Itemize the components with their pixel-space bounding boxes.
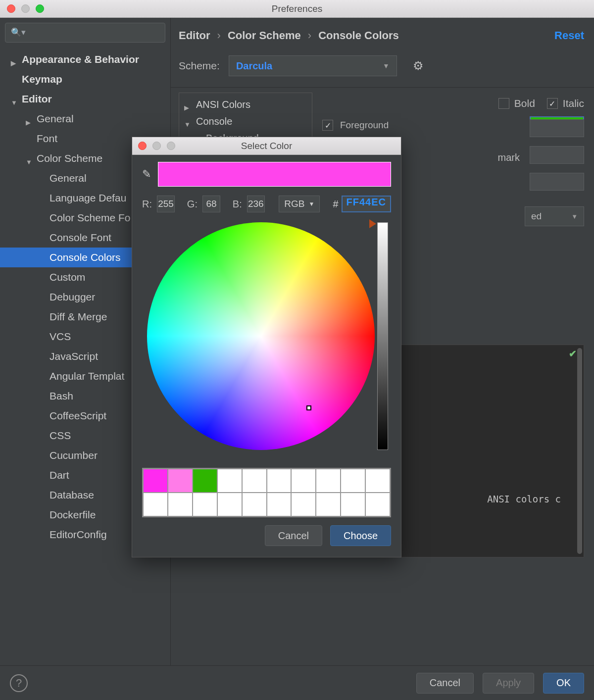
swatch-cell[interactable] [168,493,193,516]
scheme-dropdown[interactable]: Darcula ▼ [229,55,397,76]
sidebar-item-keymap[interactable]: Keymap [0,69,170,89]
category-console[interactable]: Console [196,116,232,127]
swatch-cell[interactable] [217,469,242,493]
swatch-cell[interactable] [143,493,168,516]
sidebar-item-label: Console Font [50,232,111,244]
close-window-button[interactable] [7,4,15,13]
swatch-cell[interactable] [291,469,316,493]
effects-color-swatch[interactable] [530,173,584,191]
chevron-down-icon[interactable] [26,155,33,162]
error-stripe-color-swatch[interactable] [530,146,584,164]
dialog-cancel-button[interactable]: Cancel [265,525,322,546]
help-button[interactable]: ? [10,674,28,692]
chevron-right-icon[interactable] [26,115,33,122]
inspection-ok-icon: ✔ [569,348,577,359]
swatch-cell[interactable] [242,469,267,493]
effects-type-value: ed [531,211,542,222]
eyedropper-icon[interactable]: ✎ [142,168,151,181]
swatch-cell[interactable] [291,493,316,516]
sidebar-item-label: Diff & Merge [50,311,107,323]
brightness-slider[interactable] [377,222,388,450]
swatch-cell[interactable] [365,469,390,493]
sidebar-item-general[interactable]: General [0,109,170,129]
effects-type-dropdown[interactable]: ed ▼ [525,206,584,226]
recent-colors-grid[interactable] [142,468,391,517]
italic-label: Italic [563,98,584,109]
bold-checkbox[interactable] [498,98,509,109]
sidebar-item-label: Database [50,489,94,501]
hex-input[interactable]: FF44EC [342,196,391,212]
color-wheel[interactable] [147,222,375,450]
minimize-dialog-button [152,142,161,150]
sidebar-item-appearance-behavior[interactable]: Appearance & Behavior [0,50,170,69]
swatch-cell[interactable] [242,493,267,516]
sidebar-item-label: Console Colors [50,251,121,263]
sidebar-item-label: General [37,113,74,125]
chevron-down-icon[interactable] [11,96,18,102]
r-input[interactable]: 255 [157,196,175,212]
breadcrumb-editor[interactable]: Editor [179,29,210,42]
swatch-cell[interactable] [217,493,242,516]
window-traffic-lights [7,4,44,13]
scrollbar[interactable] [577,348,582,554]
window-titlebar: Preferences [0,0,594,18]
swatch-cell[interactable] [316,493,341,516]
category-ansi-colors[interactable]: ANSI Colors [196,99,250,110]
minimize-window-button[interactable] [21,4,30,13]
swatch-cell[interactable] [316,469,341,493]
color-mode-value: RGB [284,199,304,209]
search-icon: 🔍▾ [11,27,26,38]
brightness-thumb[interactable] [369,219,376,228]
scheme-label: Scheme: [179,60,220,72]
breadcrumb-color-scheme[interactable]: Color Scheme [228,29,301,42]
chevron-right-icon[interactable] [11,56,18,63]
hex-hash-label: # [333,199,338,210]
cancel-button[interactable]: Cancel [416,673,474,694]
b-label: B: [233,199,242,210]
reset-link[interactable]: Reset [554,29,584,42]
italic-checkbox[interactable] [547,98,558,109]
divider [171,87,594,88]
apply-button[interactable]: Apply [483,673,534,694]
zoom-window-button[interactable] [36,4,44,13]
chevron-down-icon: ▼ [571,213,578,220]
chevron-down-icon[interactable] [184,118,191,125]
g-input[interactable]: 68 [202,196,220,212]
sidebar-item-label: Cucumber [50,450,98,461]
breadcrumb: Editor › Color Scheme › Console Colors R… [179,24,584,48]
search-wrap: 🔍▾ [0,18,170,47]
chevron-right-icon[interactable] [184,101,191,108]
dialog-titlebar: Select Color [132,137,401,155]
preview-text: ANSI colors c [487,494,561,504]
search-input[interactable] [5,23,165,43]
swatch-cell[interactable] [193,493,217,516]
sidebar-item-label: General [50,172,87,184]
color-wheel-cursor[interactable] [306,405,311,410]
swatch-cell[interactable] [267,493,292,516]
sidebar-item-label: Color Scheme [37,152,102,164]
swatch-cell[interactable] [193,469,217,493]
bold-label: Bold [514,98,535,109]
sidebar-item-label: CoffeeScript [50,410,106,422]
ok-button[interactable]: OK [543,673,584,694]
foreground-checkbox[interactable] [322,120,333,131]
swatch-cell[interactable] [143,469,168,493]
swatch-cell[interactable] [168,469,193,493]
sidebar-item-editor[interactable]: Editor [0,89,170,109]
close-dialog-button[interactable] [138,142,147,150]
swatch-cell[interactable] [341,469,365,493]
b-input[interactable]: 236 [247,196,265,212]
zoom-dialog-button [167,142,175,150]
background-color-swatch[interactable] [530,119,584,137]
chevron-down-icon: ▼ [383,62,390,70]
sidebar-item-label: Language Defau [50,192,126,204]
gear-icon[interactable]: ⚙ [413,59,424,73]
sidebar-item-label: CSS [50,430,71,442]
swatch-cell[interactable] [267,469,292,493]
color-mode-dropdown[interactable]: RGB ▼ [279,196,320,212]
swatch-cell[interactable] [365,493,390,516]
sidebar-item-label: Color Scheme Fo [50,212,130,224]
swatch-cell[interactable] [341,493,365,516]
dialog-choose-button[interactable]: Choose [330,525,391,546]
select-color-dialog: Select Color ✎ R: 255 G: 68 B: 236 RGB ▼… [132,137,401,557]
